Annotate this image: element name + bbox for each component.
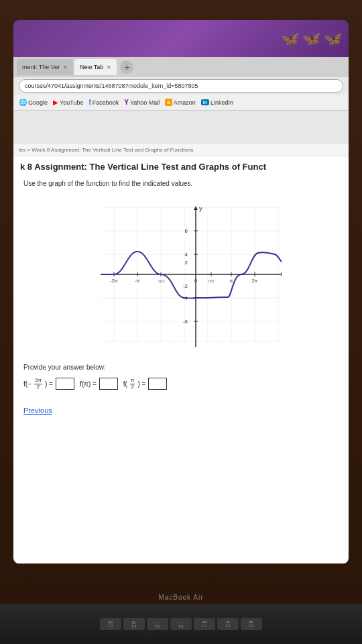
bookmark-linkedin[interactable]: in LinkedIn	[201, 99, 233, 106]
input1-label-post: ) =	[45, 380, 53, 388]
answer-input-3[interactable]	[148, 378, 167, 390]
tab-assignment-close[interactable]: ✕	[63, 64, 68, 70]
frac1-denominator: 2	[36, 384, 40, 390]
key-f7[interactable]: ⏮F7	[194, 618, 215, 630]
tab-assignment[interactable]: ment: The Ver ✕	[17, 59, 73, 75]
x-label-pi: π	[230, 278, 233, 283]
x-label-half-pi-neg: -π/2	[157, 279, 165, 283]
key-f6-label: ⋯F6	[178, 620, 183, 629]
tab-newtab-close[interactable]: ✕	[107, 64, 111, 70]
keyboard-row-1: goF3 ⊞F4 ⋯F5 ⋯F6 ⏮F7 ⏯F8 ⏭F9	[100, 618, 262, 630]
youtube-icon: ▶	[53, 99, 58, 106]
y-label-neg6: -6	[183, 319, 188, 325]
amazon-icon: a	[165, 99, 172, 106]
key-f6[interactable]: ⋯F6	[170, 618, 192, 630]
breadcrumb: les > Week 8 Assignment: The Vertical Li…	[13, 144, 349, 156]
breadcrumb-text: les > Week 8 Assignment: The Vertical Li…	[19, 147, 193, 153]
key-f4[interactable]: ⊞F4	[123, 618, 145, 630]
answer-input-2[interactable]	[99, 378, 118, 390]
butterfly-icon-3: 🦋	[324, 30, 342, 48]
key-f3-label: goF3	[108, 620, 113, 628]
bookmark-youtube[interactable]: ▶ YouTube	[53, 99, 83, 106]
key-f7-label: ⏮F7	[202, 620, 206, 628]
x-label-pi-neg: -π	[135, 278, 139, 283]
laptop-screen: 🦋 🦋 🦋 ment: The Ver ✕ New Tab ✕ +	[13, 20, 349, 564]
tab-newtab-label: New Tab	[80, 64, 103, 70]
previous-button[interactable]: Previous	[23, 407, 52, 415]
tab-bar: ment: The Ver ✕ New Tab ✕ +	[13, 57, 349, 77]
bookmark-amazon-label: Amazon	[174, 99, 196, 106]
bookmark-youtube-label: YouTube	[60, 99, 83, 106]
answer-section: Provide your answer below: f(− 3π 2 ) = …	[13, 357, 349, 397]
input3-label-post: ) =	[137, 380, 145, 388]
y-axis-label: y	[199, 205, 202, 212]
tab-assignment-label: ment: The Ver	[22, 64, 60, 70]
bookmark-yahoo[interactable]: Y Yahoo Mail	[124, 99, 160, 106]
page-title: k 8 Assignment: The Vertical Line Test a…	[13, 156, 349, 174]
page-content: les > Week 8 Assignment: The Vertical Li…	[13, 144, 349, 564]
input3-label-pre: f(	[123, 380, 127, 388]
macbook-bar: MacBook Air	[13, 590, 349, 604]
macbook-label: MacBook Air	[158, 594, 203, 601]
google-icon: 🌐	[19, 99, 27, 106]
key-f4-label: ⊞F4	[131, 620, 136, 629]
browser-chrome: ment: The Ver ✕ New Tab ✕ + 🌐 Google	[13, 57, 349, 144]
browser-decoration: 🦋 🦋 🦋	[13, 20, 349, 57]
key-f8[interactable]: ⏯F8	[217, 618, 239, 630]
url-input[interactable]	[19, 79, 343, 93]
y-axis-arrow	[194, 206, 198, 210]
laptop-shell: 🦋 🦋 🦋 ment: The Ver ✕ New Tab ✕ +	[0, 0, 362, 644]
x-label-0: 0	[194, 278, 197, 283]
key-f9[interactable]: ⏭F9	[241, 618, 262, 630]
key-f3[interactable]: goF3	[100, 618, 121, 630]
bookmark-google-label: Google	[28, 99, 48, 106]
key-f8-label: ⏯F8	[225, 620, 230, 628]
bookmark-amazon[interactable]: a Amazon	[165, 99, 195, 106]
bookmark-yahoo-label: Yahoo Mail	[130, 99, 160, 106]
assignment-body: Use the graph of the function to find th…	[13, 174, 349, 357]
bookmarks-bar: 🌐 Google ▶ YouTube f Facebook Y Yahoo Ma…	[13, 95, 349, 111]
butterfly-icon-1: 🦋	[281, 30, 299, 48]
provide-text: Provide your answer below:	[23, 364, 339, 371]
key-f9-label: ⏭F9	[249, 620, 253, 628]
input1-fraction: 3π 2	[34, 378, 42, 390]
answer-inputs-container: f(− 3π 2 ) = f(π) = f( π 2 ) =	[23, 378, 339, 390]
tab-newtab[interactable]: New Tab ✕	[74, 59, 117, 75]
linkedin-icon: in	[201, 99, 209, 105]
instruction-text: Use the graph of the function to find th…	[23, 180, 339, 187]
graph-container: y x 6 4 2 -2 -4 -6 -2π -π 0	[23, 194, 339, 348]
frac3-denominator: 2	[130, 384, 134, 390]
keyboard-area: goF3 ⊞F4 ⋯F5 ⋯F6 ⏮F7 ⏯F8 ⏭F9	[0, 604, 362, 644]
input2-label: f(π) =	[80, 380, 97, 388]
bookmark-facebook-label: Facebook	[93, 99, 119, 106]
bookmark-google[interactable]: 🌐 Google	[19, 99, 48, 106]
bookmark-facebook[interactable]: f Facebook	[88, 99, 119, 106]
new-tab-button[interactable]: +	[120, 60, 133, 74]
yahoo-icon: Y	[124, 99, 129, 106]
y-label-6: 6	[185, 228, 188, 234]
butterfly-icon-2: 🦋	[302, 30, 320, 48]
answer-input-1[interactable]	[56, 378, 74, 390]
y-label-4: 4	[185, 252, 188, 258]
x-label-2pi-neg: -2π	[110, 278, 117, 283]
function-graph: y x 6 4 2 -2 -4 -6 -2π -π 0	[80, 194, 282, 348]
bookmark-linkedin-label: LinkedIn	[210, 99, 233, 106]
x-label-2pi: 2π	[252, 278, 258, 283]
y-label-neg2: -2	[183, 283, 188, 289]
y-label-2: 2	[185, 260, 188, 266]
address-bar	[13, 77, 349, 95]
nav-buttons: Previous	[13, 397, 349, 423]
facebook-icon: f	[88, 99, 90, 106]
input1-label-pre: f(−	[23, 380, 32, 388]
input3-fraction: π 2	[130, 378, 135, 390]
x-label-half-pi: π/2	[208, 279, 215, 283]
key-f5-label: ⋯F5	[155, 620, 160, 629]
key-f5[interactable]: ⋯F5	[147, 618, 168, 630]
